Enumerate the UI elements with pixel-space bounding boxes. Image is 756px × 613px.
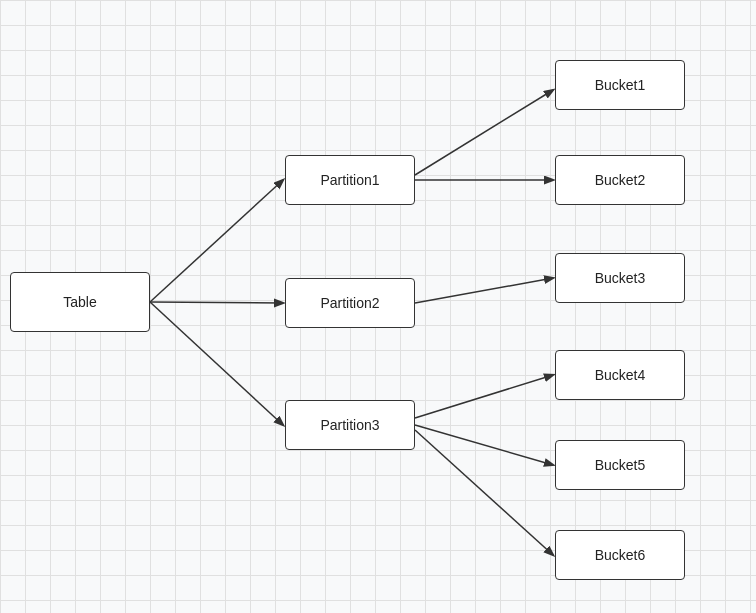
svg-line-2: [150, 302, 283, 425]
table-label: Table: [63, 294, 96, 310]
bucket4-node: Bucket4: [555, 350, 685, 400]
partition2-label: Partition2: [320, 295, 379, 311]
bucket1-label: Bucket1: [595, 77, 646, 93]
bucket6-label: Bucket6: [595, 547, 646, 563]
table-node: Table: [10, 272, 150, 332]
partition3-label: Partition3: [320, 417, 379, 433]
bucket5-label: Bucket5: [595, 457, 646, 473]
bucket6-node: Bucket6: [555, 530, 685, 580]
svg-line-3: [415, 90, 553, 175]
bucket4-label: Bucket4: [595, 367, 646, 383]
partition2-node: Partition2: [285, 278, 415, 328]
bucket5-node: Bucket5: [555, 440, 685, 490]
svg-line-7: [415, 425, 553, 465]
bucket1-node: Bucket1: [555, 60, 685, 110]
partition1-node: Partition1: [285, 155, 415, 205]
svg-line-1: [150, 302, 283, 303]
svg-line-5: [415, 278, 553, 303]
diagram-canvas: Table Partition1 Partition2 Partition3 B…: [0, 0, 756, 613]
bucket3-node: Bucket3: [555, 253, 685, 303]
svg-line-0: [150, 180, 283, 302]
partition3-node: Partition3: [285, 400, 415, 450]
bucket3-label: Bucket3: [595, 270, 646, 286]
svg-line-6: [415, 375, 553, 418]
bucket2-node: Bucket2: [555, 155, 685, 205]
bucket2-label: Bucket2: [595, 172, 646, 188]
svg-line-8: [415, 430, 553, 555]
partition1-label: Partition1: [320, 172, 379, 188]
